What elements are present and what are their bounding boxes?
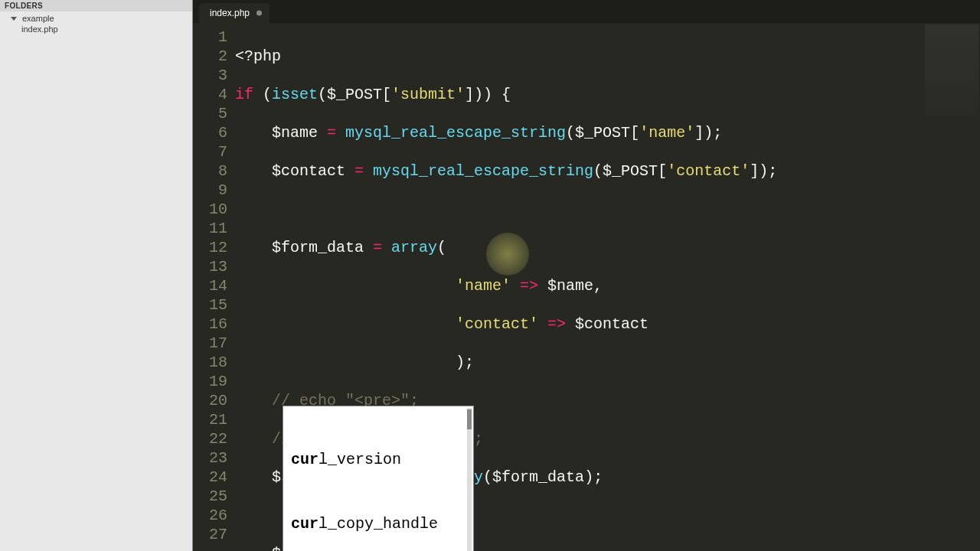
dirty-indicator-icon bbox=[256, 11, 262, 16]
sidebar-header: FOLDERS bbox=[0, 0, 192, 11]
tab-index-php[interactable]: index.php bbox=[199, 3, 270, 23]
file-item-index-php[interactable]: index.php bbox=[0, 24, 192, 34]
folder-item-example[interactable]: example bbox=[0, 13, 192, 24]
autocomplete-scrollbar[interactable] bbox=[467, 408, 472, 551]
code-editor[interactable]: 1234567891011121314151617181920212223242… bbox=[193, 23, 980, 551]
tab-label: index.php bbox=[210, 8, 250, 18]
tab-bar: index.php bbox=[193, 0, 980, 23]
chevron-down-icon bbox=[11, 17, 17, 21]
code-area[interactable]: <?php if (isset($_POST['submit'])) { $na… bbox=[235, 23, 980, 551]
scrollbar-thumb[interactable] bbox=[467, 409, 472, 429]
minimap[interactable] bbox=[925, 24, 978, 116]
folder-label: example bbox=[22, 14, 54, 23]
line-gutter: 1234567891011121314151617181920212223242… bbox=[193, 23, 235, 551]
file-label: index.php bbox=[21, 24, 58, 34]
sidebar: FOLDERS example index.php bbox=[0, 0, 193, 551]
autocomplete-item[interactable]: curl_version bbox=[283, 449, 473, 471]
autocomplete-item[interactable]: curl_copy_handle bbox=[283, 514, 473, 535]
autocomplete-popup[interactable]: curl_version curl_copy_handle curl_multi… bbox=[283, 406, 474, 551]
